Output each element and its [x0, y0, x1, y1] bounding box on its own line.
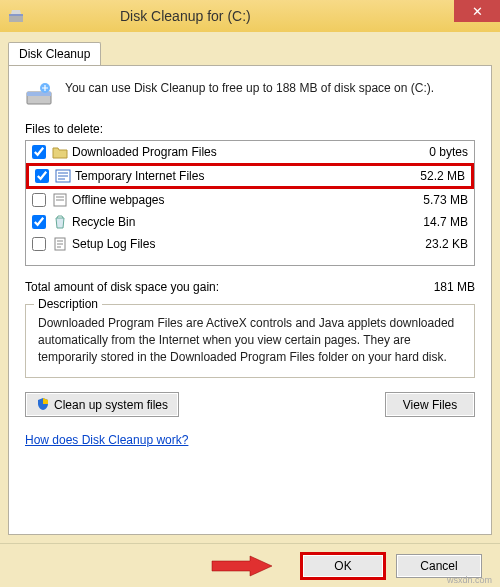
description-text: Downloaded Program Files are ActiveX con… [38, 315, 462, 365]
description-legend: Description [34, 297, 102, 311]
button-row: Clean up system files View Files [25, 392, 475, 417]
total-value: 181 MB [434, 280, 475, 294]
close-button[interactable]: ✕ [454, 0, 500, 22]
dialog-body: Disk Cleanup You can use Disk Cleanup to… [0, 32, 500, 543]
total-row: Total amount of disk space you gain: 181… [25, 280, 475, 294]
file-name: Downloaded Program Files [72, 145, 398, 159]
list-item[interactable]: Setup Log Files 23.2 KB [26, 233, 474, 255]
checkbox-setup-log-files[interactable] [32, 237, 46, 251]
file-size: 14.7 MB [398, 215, 468, 229]
ie-temp-icon [55, 168, 71, 184]
list-item[interactable]: Recycle Bin 14.7 MB [26, 211, 474, 233]
drive-cleanup-icon [25, 80, 53, 108]
disk-cleanup-window: Disk Cleanup for (C:) ✕ Disk Cleanup You… [0, 0, 500, 587]
shield-icon [36, 397, 50, 411]
file-list[interactable]: Downloaded Program Files 0 bytes Tempora… [25, 140, 475, 266]
disk-cleanup-icon [8, 8, 24, 24]
arrow-annotation [210, 555, 274, 577]
file-name: Temporary Internet Files [75, 169, 395, 183]
titlebar: Disk Cleanup for (C:) ✕ [0, 0, 500, 32]
checkbox-downloaded-program-files[interactable] [32, 145, 46, 159]
dialog-footer: OK Cancel [0, 543, 500, 587]
ok-button[interactable]: OK [300, 552, 386, 580]
file-size: 0 bytes [398, 145, 468, 159]
close-icon: ✕ [472, 4, 483, 19]
view-files-button[interactable]: View Files [385, 392, 475, 417]
list-item[interactable]: Temporary Internet Files 52.2 MB [26, 163, 474, 189]
intro-row: You can use Disk Cleanup to free up to 1… [25, 80, 475, 108]
list-item[interactable]: Downloaded Program Files 0 bytes [26, 141, 474, 163]
tab-strip: Disk Cleanup [8, 42, 492, 66]
recycle-bin-icon [52, 214, 68, 230]
tab-content: You can use Disk Cleanup to free up to 1… [8, 65, 492, 535]
setup-log-icon [52, 236, 68, 252]
intro-text: You can use Disk Cleanup to free up to 1… [65, 80, 434, 108]
svg-rect-1 [9, 14, 23, 16]
watermark: wsxdn.com [447, 575, 492, 585]
folder-download-icon [52, 144, 68, 160]
file-name: Setup Log Files [72, 237, 398, 251]
checkbox-offline-webpages[interactable] [32, 193, 46, 207]
files-to-delete-label: Files to delete: [25, 122, 475, 136]
file-size: 23.2 KB [398, 237, 468, 251]
checkbox-temporary-internet-files[interactable] [35, 169, 49, 183]
help-link[interactable]: How does Disk Cleanup work? [25, 433, 475, 447]
list-item[interactable]: Offline webpages 5.73 MB [26, 189, 474, 211]
file-name: Offline webpages [72, 193, 398, 207]
file-size: 5.73 MB [398, 193, 468, 207]
description-group: Description Downloaded Program Files are… [25, 304, 475, 378]
cancel-button[interactable]: Cancel [396, 554, 482, 578]
cleanup-system-files-button[interactable]: Clean up system files [25, 392, 179, 417]
total-label: Total amount of disk space you gain: [25, 280, 219, 294]
tab-disk-cleanup[interactable]: Disk Cleanup [8, 42, 101, 66]
file-size: 52.2 MB [395, 169, 465, 183]
offline-icon [52, 192, 68, 208]
checkbox-recycle-bin[interactable] [32, 215, 46, 229]
svg-rect-3 [27, 92, 51, 96]
file-name: Recycle Bin [72, 215, 398, 229]
window-title: Disk Cleanup for (C:) [120, 8, 251, 24]
